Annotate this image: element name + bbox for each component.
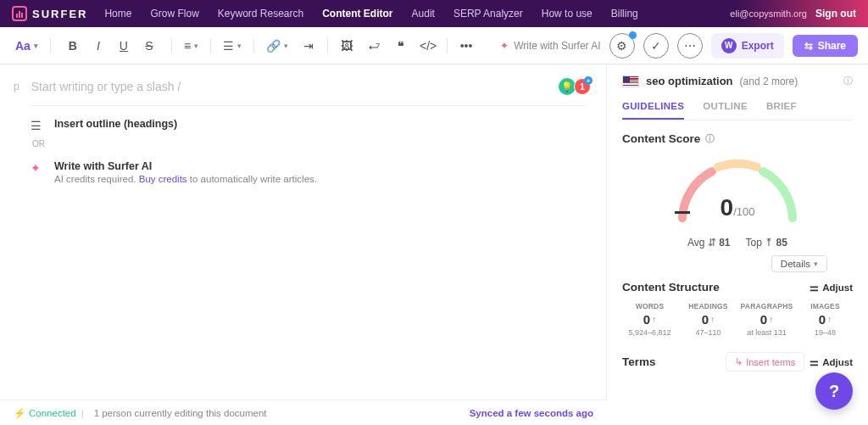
primary-keyword[interactable]: seo optimization [646, 75, 733, 87]
export-button[interactable]: WExport [711, 33, 784, 59]
sliders-icon: ⚌ [810, 282, 819, 294]
tab-outline[interactable]: OUTLINE [703, 101, 748, 120]
buy-credits-link[interactable]: Buy credits [139, 174, 187, 184]
metric-headings: HEADINGS 0↑ 47–110 [681, 302, 736, 337]
top-navbar: SURFER Home Grow Flow Keyword Research C… [0, 0, 868, 27]
comments-button[interactable]: ⋯ [677, 33, 703, 59]
italic-button[interactable]: I [86, 34, 110, 58]
insert-icon: ↳ [735, 356, 743, 367]
more-keywords[interactable]: (and 2 more) [740, 75, 798, 87]
insert-outline-option[interactable]: ☰ Insert outline (headings) [31, 118, 586, 132]
more-button[interactable]: ••• [454, 34, 478, 58]
or-separator: OR [32, 139, 586, 148]
avg-score: Avg ⇵ 81 [687, 237, 731, 249]
top-score: Top ⤒ 85 [746, 237, 787, 249]
chevron-down-icon: ▾ [284, 42, 288, 50]
info-icon[interactable]: ⓘ [843, 75, 853, 87]
nav-content-editor[interactable]: Content Editor [322, 8, 392, 20]
insert-outline-title: Insert outline (headings) [54, 118, 177, 130]
aa-label: Aa [15, 39, 31, 53]
idea-badge[interactable]: 💡 [559, 78, 576, 95]
content-structure-title: Content Structure [622, 281, 720, 294]
chevron-down-icon: ▾ [194, 42, 198, 50]
nav-grow-flow[interactable]: Grow Flow [150, 8, 198, 20]
editor-toolbar: Aa▾ B I U S ≡▾ ☰▾ 🔗▾ ⇥ 🖼 ⮐ ❝ </> ••• ✦Wr… [0, 27, 868, 64]
content-score-title: Content Scoreⓘ [622, 132, 853, 145]
share-icon: ⇆ [804, 40, 813, 52]
bold-button[interactable]: B [61, 34, 85, 58]
indent-button[interactable]: ⇥ [297, 34, 320, 58]
gauge-needle [675, 211, 690, 214]
underline-button[interactable]: U [112, 34, 136, 58]
score-gauge: 0/100 [622, 150, 853, 235]
write-ai-option[interactable]: ✦ Write with Surfer AI AI credits requir… [31, 160, 586, 184]
guidelines-panel: seo optimization (and 2 more) ⓘ GUIDELIN… [607, 64, 868, 400]
nav-audit[interactable]: Audit [412, 8, 435, 20]
nav-serp-analyzer[interactable]: SERP Analyzer [453, 8, 523, 20]
link-dropdown[interactable]: 🔗▾ [261, 34, 293, 58]
text-style-dropdown[interactable]: Aa▾ [10, 34, 43, 58]
details-button[interactable]: Details▾ [771, 255, 827, 272]
settings-button[interactable]: ⚙ [609, 33, 635, 59]
brand-text: SURFER [32, 8, 87, 20]
score-value: 0 [721, 194, 734, 221]
write-ai-label: Write with Surfer AI [514, 40, 600, 52]
help-button[interactable]: ? [815, 372, 853, 410]
alert-badge[interactable]: 1+ [574, 78, 591, 95]
share-label: Share [818, 40, 846, 52]
nav-billing[interactable]: Billing [611, 8, 638, 20]
sliders-icon: ⚌ [810, 356, 819, 368]
check-button[interactable]: ✓ [643, 33, 669, 59]
info-icon[interactable]: ⓘ [705, 132, 715, 145]
align-dropdown[interactable]: ≡▾ [179, 34, 203, 58]
chevron-down-icon: ▾ [814, 260, 818, 268]
write-with-ai-button[interactable]: ✦Write with Surfer AI [500, 40, 600, 52]
image-button[interactable]: 🖼 [335, 34, 359, 58]
metric-paragraphs: PARAGRAPHS 0↑ at least 131 [739, 302, 794, 337]
connected-icon: ⚡ [14, 407, 25, 419]
arrow-up-icon: ↑ [827, 315, 832, 324]
strikethrough-button[interactable]: S [137, 34, 161, 58]
nav-home[interactable]: Home [104, 8, 131, 20]
flag-us-icon [622, 75, 639, 87]
chevron-down-icon: ▾ [237, 42, 242, 50]
chevron-down-icon: ▾ [34, 42, 38, 50]
logo-icon [12, 6, 27, 21]
adjust-structure-button[interactable]: ⚌Adjust [810, 282, 853, 294]
notification-dot [629, 31, 637, 39]
terms-title: Terms [622, 355, 656, 368]
adjust-terms-button[interactable]: ⚌Adjust [810, 356, 853, 368]
sparkle-icon: ✦ [31, 161, 46, 175]
write-ai-subtitle: AI credits required. Buy credits to auto… [54, 174, 317, 184]
sign-out-link[interactable]: Sign out [815, 8, 856, 20]
list-dropdown[interactable]: ☰▾ [218, 34, 247, 58]
tab-brief[interactable]: BRIEF [766, 101, 797, 120]
user-email: eli@copysmith.org [730, 8, 807, 19]
insert-terms-button[interactable]: ↳Insert terms [726, 352, 804, 372]
logo[interactable]: SURFER [12, 6, 87, 21]
editor-canvas[interactable]: p Start writing or type a slash / 💡 1+ ☰… [0, 64, 607, 400]
share-button[interactable]: ⇆Share [793, 35, 858, 57]
connection-status: ⚡Connected [14, 407, 76, 419]
nav-how-to-use[interactable]: How to use [542, 8, 593, 20]
primary-nav: Home Grow Flow Keyword Research Content … [104, 8, 637, 20]
code-button[interactable]: </> [416, 34, 440, 58]
editor-placeholder[interactable]: Start writing or type a slash / [31, 80, 586, 93]
sync-status: Synced a few seconds ago [470, 408, 593, 418]
attach-button[interactable]: ⮐ [362, 34, 386, 58]
score-max: /100 [733, 205, 754, 218]
arrow-up-icon: ↑ [710, 315, 715, 324]
plus-icon: + [584, 76, 593, 85]
outline-icon: ☰ [31, 119, 46, 132]
metric-images: IMAGES 0↑ 19–48 [798, 302, 853, 337]
block-type-label: p [14, 81, 19, 92]
tab-guidelines[interactable]: GUIDELINES [622, 101, 684, 120]
sparkle-icon: ✦ [500, 40, 509, 52]
quote-button[interactable]: ❝ [389, 34, 413, 58]
nav-keyword-research[interactable]: Keyword Research [218, 8, 303, 20]
wordpress-icon: W [721, 38, 737, 53]
alert-count: 1 [580, 82, 585, 92]
write-ai-title: Write with Surfer AI [54, 160, 317, 172]
export-label: Export [742, 40, 774, 52]
arrow-up-icon: ↑ [652, 315, 656, 324]
